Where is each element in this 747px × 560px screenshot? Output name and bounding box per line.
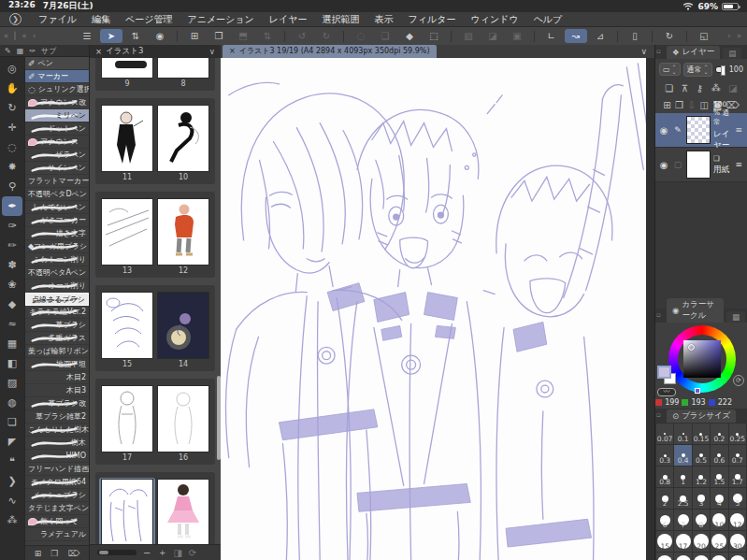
subtool-item[interactable]: メッシュブラシ <box>25 489 89 502</box>
subtool-item[interactable]: こんもりした樹木 <box>25 424 89 437</box>
hand-tool[interactable]: ✋ <box>2 79 22 98</box>
brush-size-cell[interactable] <box>674 553 691 560</box>
blend-mode-dropdown[interactable]: 通常 ⌃⌄ <box>683 63 712 77</box>
page-thumbnail-12[interactable]: 12 <box>155 197 211 276</box>
grid-palette-tab-icon[interactable]: ▦ <box>17 47 24 55</box>
brush-size-cell[interactable] <box>729 553 746 560</box>
color-set-tab[interactable]: ▦ <box>726 311 745 323</box>
page-thumbnail-18[interactable]: 18 <box>155 478 211 544</box>
layer-property-tab[interactable]: ▤ <box>723 48 741 59</box>
opacity-slider[interactable] <box>715 66 726 73</box>
marker-tool[interactable]: ✑ <box>2 216 22 236</box>
zoom-in-icon[interactable]: ＋ <box>157 546 166 559</box>
color-swatches[interactable] <box>657 366 678 384</box>
color-circle-tab[interactable]: ◉ カラーサークル <box>667 298 724 323</box>
new-folder-icon[interactable]: ❐ <box>675 100 683 110</box>
brush-size-1[interactable]: 1 <box>674 467 691 487</box>
auto-select-tool[interactable]: ✸ <box>2 157 22 177</box>
page-option-icon[interactable]: ◨ <box>173 548 181 558</box>
menu-item-animation[interactable]: アニメーション <box>180 13 261 25</box>
combine-layer-icon[interactable]: ◫ <box>699 100 708 110</box>
page-thumbnail-17[interactable]: 17 <box>99 384 155 463</box>
subtool-item[interactable]: 木目2 <box>25 371 89 384</box>
eraser-tool[interactable]: ◆ <box>2 294 22 314</box>
undo-icon[interactable]: ↺ <box>291 29 313 43</box>
subtool-item[interactable]: ◆マンガ用ブラシ <box>25 240 89 253</box>
reference-view-icon[interactable]: ◉ <box>149 29 171 43</box>
correction-tool[interactable]: ∿ <box>2 491 22 510</box>
menu-item-help[interactable]: ヘルプ <box>526 13 570 25</box>
brush-size-15[interactable]: 15 <box>656 531 673 552</box>
page-thumbnail-11[interactable]: 11 <box>99 104 155 182</box>
page-thumbnail-16[interactable]: 16 <box>155 384 211 463</box>
brush-size-0.25[interactable]: 0.25 <box>729 424 746 444</box>
menu-item-selection[interactable]: 選択範囲 <box>315 13 367 25</box>
zoom-out-icon[interactable]: − <box>143 548 151 558</box>
transparent-color-icon[interactable]: 〰 <box>657 388 676 396</box>
hue-marker[interactable] <box>695 388 700 394</box>
brush-size-0.5[interactable]: 0.5 <box>693 445 710 466</box>
thumbnail-zoom-slider[interactable] <box>97 550 136 555</box>
subtool-item[interactable]: ふわトーン削り <box>25 253 89 266</box>
subtool-item[interactable]: 木目3 <box>25 384 89 397</box>
eyedropper-tool[interactable]: ⚲ <box>2 177 22 196</box>
snap-special-ruler-icon[interactable]: ↝ <box>565 29 587 43</box>
layer-name[interactable]: 用紙 <box>713 165 732 176</box>
subtool-item[interactable]: 不透明ベタDペン <box>25 188 89 201</box>
pencil-tool[interactable]: ✏ <box>2 236 22 255</box>
brush-size-0.3[interactable]: 0.3 <box>656 445 673 466</box>
zoom-tool[interactable]: ◎ <box>2 59 22 79</box>
fullscreen-icon[interactable]: ◱ <box>693 29 715 43</box>
page-refresh-icon[interactable]: ⟳ <box>189 548 196 558</box>
subtool-item[interactable]: 無く回って <box>25 515 89 528</box>
subtool-item[interactable]: HIMO <box>25 450 89 463</box>
subtool-item[interactable]: 不透明ベタAペン <box>25 266 89 280</box>
main-color-swatch[interactable] <box>657 366 671 379</box>
dock-handle-icon[interactable]: ▫ <box>656 411 661 419</box>
subtool-item[interactable]: タテじま文字ペン <box>25 502 89 515</box>
open-file-icon[interactable]: ❐ <box>208 29 230 43</box>
menu-item-file[interactable]: ファイル <box>31 13 84 25</box>
brush-size-0.1[interactable]: 0.1 <box>674 424 691 444</box>
canvas-artwork[interactable] <box>221 58 654 560</box>
subtool-item[interactable]: 多重ガラス <box>25 332 89 345</box>
snap-grid-icon[interactable]: ⊿ <box>589 29 611 43</box>
ruler-tool[interactable]: ◤ <box>2 432 22 452</box>
tool-palette-tab-icon[interactable]: ✎ <box>5 47 11 55</box>
brush-size-8[interactable]: 8 <box>693 510 710 530</box>
layer-menu-icon[interactable]: ≡ <box>735 160 744 169</box>
subtool-item[interactable]: 草ブラシ改 <box>25 397 89 410</box>
page-thumbnail-10[interactable]: 10 <box>155 104 211 182</box>
brush-size-tab[interactable]: ⊙ ブラシサイズ <box>667 409 736 423</box>
reset-view-icon[interactable]: ↻ <box>658 29 681 43</box>
thumbnail-setting-dropdown[interactable]: ▭⌃⌄ <box>659 63 681 76</box>
rotate-canvas-tool[interactable]: ↻ <box>2 98 22 118</box>
subtool-item[interactable]: アナウンス改 <box>25 96 89 109</box>
brush-size-3[interactable]: 3 <box>693 488 710 509</box>
page-thumbnail-13[interactable]: 13 <box>99 197 155 276</box>
close-icon[interactable]: × <box>95 47 102 56</box>
palette-collapse-left-icon[interactable]: « ▏« ‹ <box>4 32 75 40</box>
brush-size-0.7[interactable]: 0.7 <box>729 445 746 466</box>
subtool-item[interactable]: 地面平坦 <box>25 358 89 371</box>
reference-layer-icon[interactable]: ◪ <box>728 83 737 93</box>
invert-selection-icon[interactable]: ◪ <box>481 29 504 43</box>
stroke-tool[interactable]: ❯ <box>2 471 22 491</box>
fill-tool[interactable]: ◧ <box>2 353 22 373</box>
export-options-icon[interactable]: ⇅ <box>256 29 279 43</box>
subtool-item[interactable]: 草ブラシ雑草2 <box>25 410 89 424</box>
brush-size-12[interactable]: 12 <box>729 510 746 530</box>
page-thumbnail-15[interactable]: 15 <box>99 291 155 369</box>
subtool-item[interactable]: ラメデュアル <box>25 528 89 541</box>
visibility-eye-icon[interactable]: ◉ <box>658 160 669 170</box>
brush-size-4[interactable]: 4 <box>711 488 727 509</box>
subtool-item[interactable]: 点線まるブラシ <box>25 293 89 306</box>
brush-size-20[interactable]: 20 <box>693 531 710 552</box>
clipping-icon[interactable]: ❏ <box>665 83 673 93</box>
brush-size-0.15[interactable]: 0.15 <box>693 424 710 444</box>
brush-size-1.2[interactable]: 1.2 <box>693 467 710 487</box>
text-tool[interactable]: ❝ <box>2 452 22 471</box>
edit-checkbox-icon[interactable]: ▢ <box>672 160 683 169</box>
selection-launcher-icon[interactable]: ▣ <box>506 29 528 43</box>
subtool-palette-tab-icon[interactable]: ✑ <box>29 47 36 55</box>
